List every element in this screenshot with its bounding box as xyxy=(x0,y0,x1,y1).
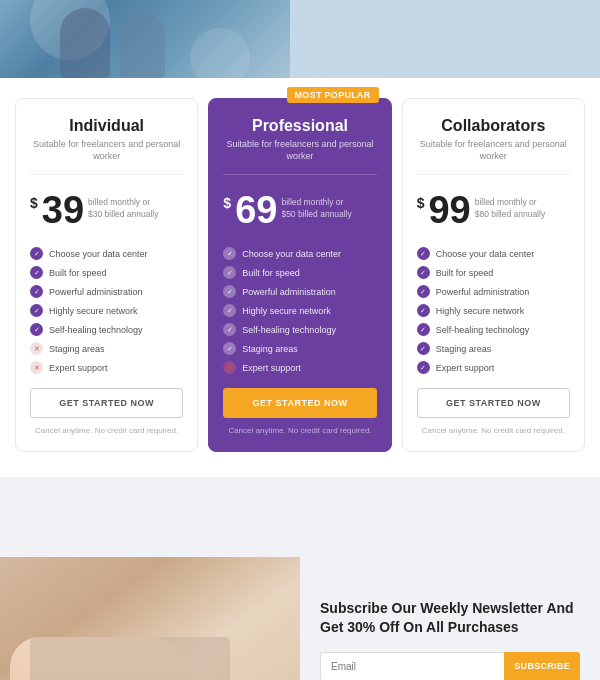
price-details-collaborators: billed monthly or $80 billed annually xyxy=(475,197,545,221)
plan-subtitle-professional: Suitable for freelancers and personal wo… xyxy=(223,139,376,162)
feature-item: ✕Expert support xyxy=(223,361,376,374)
check-icon: ✓ xyxy=(30,323,43,336)
currency-collaborators: $ xyxy=(417,195,425,211)
feature-item: ✓Powerful administration xyxy=(30,285,183,298)
price-details-professional: billed monthly or $50 billed annually xyxy=(281,197,351,221)
check-icon: ✓ xyxy=(223,323,236,336)
cta-button-collaborators[interactable]: GET STARTED NOW xyxy=(417,388,570,418)
check-icon: ✓ xyxy=(417,285,430,298)
plan-title-individual: Individual xyxy=(30,117,183,135)
price-amount-collaborators: 99 xyxy=(428,191,470,229)
feature-item: ✕Expert support xyxy=(30,361,183,374)
feature-item: ✓Expert support xyxy=(417,361,570,374)
pricing-cards-container: Individual Suitable for freelancers and … xyxy=(15,98,585,452)
features-list-individual: ✓Choose your data center ✓Built for spee… xyxy=(30,247,183,374)
x-icon: ✕ xyxy=(30,361,43,374)
feature-item: ✓Powerful administration xyxy=(223,285,376,298)
check-icon: ✓ xyxy=(417,266,430,279)
plan-subtitle-individual: Suitable for freelancers and personal wo… xyxy=(30,139,183,162)
feature-item: ✕Staging areas xyxy=(30,342,183,355)
feature-item: ✓Built for speed xyxy=(30,266,183,279)
cta-button-individual[interactable]: GET STARTED NOW xyxy=(30,388,183,418)
check-icon: ✓ xyxy=(417,361,430,374)
cancel-note-collaborators: Cancel anytime. No credit card required. xyxy=(417,426,570,435)
most-popular-badge: Most Popular xyxy=(287,87,379,103)
features-list-professional: ✓Choose your data center ✓Built for spee… xyxy=(223,247,376,374)
check-icon: ✓ xyxy=(30,304,43,317)
price-amount-individual: 39 xyxy=(42,191,84,229)
hero-photo xyxy=(0,0,290,78)
x-icon: ✕ xyxy=(30,342,43,355)
feature-item: ✓Choose your data center xyxy=(30,247,183,260)
cancel-note-individual: Cancel anytime. No credit card required. xyxy=(30,426,183,435)
check-icon: ✓ xyxy=(30,266,43,279)
feature-item: ✓Powerful administration xyxy=(417,285,570,298)
keyboard-shape xyxy=(30,637,230,680)
check-icon: ✓ xyxy=(223,247,236,260)
feature-item: ✓Highly secure network xyxy=(223,304,376,317)
cancel-note-professional: Cancel anytime. No credit card required. xyxy=(223,426,376,435)
check-icon: ✓ xyxy=(223,266,236,279)
cta-button-professional[interactable]: GET STARTED NOW xyxy=(223,388,376,418)
check-icon: ✓ xyxy=(30,285,43,298)
check-icon: ✓ xyxy=(223,304,236,317)
check-icon: ✓ xyxy=(223,342,236,355)
feature-item: ✓Highly secure network xyxy=(417,304,570,317)
feature-item: ✓Highly secure network xyxy=(30,304,183,317)
pricing-card-individual: Individual Suitable for freelancers and … xyxy=(15,98,198,452)
feature-item: ✓Choose your data center xyxy=(417,247,570,260)
hero-image xyxy=(0,0,600,78)
newsletter-form: SUBSCRIBE xyxy=(320,652,580,680)
feature-item: ✓Built for speed xyxy=(417,266,570,279)
check-icon: ✓ xyxy=(417,342,430,355)
spacer xyxy=(0,477,600,537)
features-list-collaborators: ✓Choose your data center ✓Built for spee… xyxy=(417,247,570,374)
pricing-card-collaborators: Collaborators Suitable for freelancers a… xyxy=(402,98,585,452)
feature-item: ✓Built for speed xyxy=(223,266,376,279)
plan-title-professional: Professional xyxy=(223,117,376,135)
feature-item: ✓Choose your data center xyxy=(223,247,376,260)
feature-item: ✓Staging areas xyxy=(417,342,570,355)
email-input[interactable] xyxy=(320,652,504,680)
price-row-individual: $ 39 billed monthly or $30 billed annual… xyxy=(30,183,183,237)
newsletter-title: Subscribe Our Weekly Newsletter And Get … xyxy=(320,599,580,638)
plan-title-collaborators: Collaborators xyxy=(417,117,570,135)
subscribe-button[interactable]: SUBSCRIBE xyxy=(504,652,580,680)
pricing-card-professional: Most Popular Professional Suitable for f… xyxy=(208,98,391,452)
currency-individual: $ xyxy=(30,195,38,211)
pricing-section: Individual Suitable for freelancers and … xyxy=(0,78,600,477)
person-silhouette-2 xyxy=(120,13,165,78)
newsletter-photo xyxy=(0,557,300,680)
check-icon: ✓ xyxy=(417,323,430,336)
feature-item: ✓Self-healing technology xyxy=(417,323,570,336)
check-icon: ✓ xyxy=(30,247,43,260)
price-row-collaborators: $ 99 billed monthly or $80 billed annual… xyxy=(417,183,570,237)
check-icon: ✓ xyxy=(417,247,430,260)
newsletter-section: Subscribe Our Weekly Newsletter And Get … xyxy=(0,537,600,680)
currency-professional: $ xyxy=(223,195,231,211)
price-details-individual: billed monthly or $30 billed annually xyxy=(88,197,158,221)
price-amount-professional: 69 xyxy=(235,191,277,229)
check-icon: ✓ xyxy=(417,304,430,317)
plan-subtitle-collaborators: Suitable for freelancers and personal wo… xyxy=(417,139,570,162)
x-icon: ✕ xyxy=(223,361,236,374)
price-row-professional: $ 69 billed monthly or $50 billed annual… xyxy=(223,183,376,237)
person-silhouette-1 xyxy=(60,8,110,78)
check-icon: ✓ xyxy=(223,285,236,298)
feature-item: ✓Self-healing technology xyxy=(223,323,376,336)
feature-item: ✓Self-healing technology xyxy=(30,323,183,336)
newsletter-content: Subscribe Our Weekly Newsletter And Get … xyxy=(300,557,600,680)
feature-item: ✓Staging areas xyxy=(223,342,376,355)
